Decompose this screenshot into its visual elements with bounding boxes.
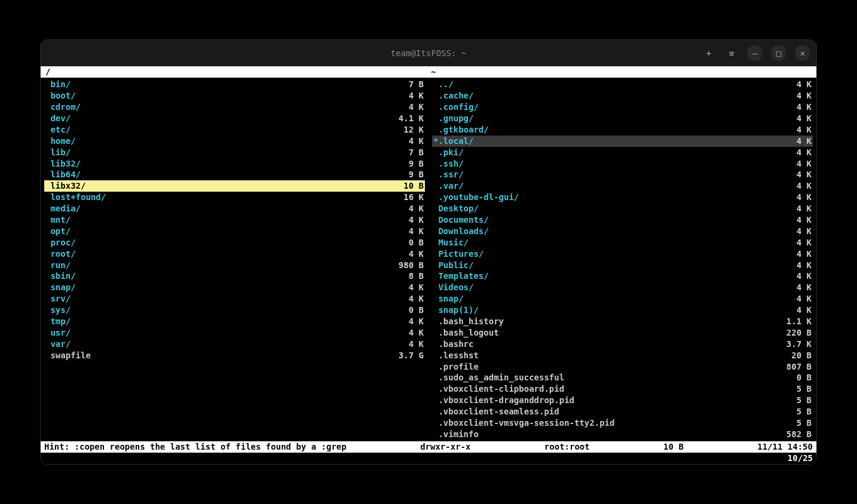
list-item[interactable]: .ssh/4 K: [432, 158, 813, 170]
list-item[interactable]: mnt/4 K: [44, 214, 425, 226]
new-tab-icon[interactable]: +: [702, 46, 716, 60]
list-item[interactable]: lib32/9 B: [44, 158, 425, 170]
list-item[interactable]: .cache/4 K: [432, 90, 813, 102]
list-item[interactable]: Music/4 K: [432, 237, 813, 248]
directory-name: run/: [45, 260, 382, 271]
list-item[interactable]: snap/4 K: [44, 282, 425, 293]
list-item[interactable]: tmp/4 K: [44, 316, 425, 327]
list-item[interactable]: usr/4 K: [44, 327, 425, 339]
list-item[interactable]: Downloads/4 K: [432, 226, 813, 237]
directory-name: opt/: [45, 226, 382, 237]
file-size: 980 B: [382, 260, 424, 271]
list-item[interactable]: Public/4 K: [432, 260, 813, 271]
status-perms: drwxr-xr-x: [420, 441, 470, 453]
position-counter: 10/25: [41, 453, 816, 464]
file-name: .profile: [433, 361, 770, 373]
list-item[interactable]: etc/12 K: [44, 124, 425, 136]
maximize-icon[interactable]: □: [771, 45, 786, 61]
directory-name: lost+found/: [45, 192, 382, 203]
left-pane[interactable]: bin/7 B boot/4 K cdrom/4 K dev/4.1 K etc…: [41, 78, 428, 441]
list-item[interactable]: cdrom/4 K: [44, 102, 425, 113]
file-size: 4 K: [382, 293, 424, 305]
file-size: 4 K: [382, 327, 424, 339]
titlebar-controls: + ≡ — □ ✕: [702, 45, 810, 61]
list-item[interactable]: .youtube-dl-gui/4 K: [432, 192, 813, 203]
list-item[interactable]: lost+found/16 K: [44, 192, 425, 203]
list-item[interactable]: .bash_logout220 B: [432, 327, 813, 339]
list-item[interactable]: .config/4 K: [432, 102, 813, 113]
menu-icon[interactable]: ≡: [724, 46, 739, 60]
directory-name: sys/: [45, 305, 382, 316]
file-size: 4 K: [770, 192, 812, 203]
titlebar: team@ItsFOSS: ~ + ≡ — □ ✕: [41, 40, 816, 66]
list-item[interactable]: snap/4 K: [432, 293, 813, 305]
list-item[interactable]: proc/0 B: [44, 237, 425, 248]
file-size: 5 B: [770, 383, 812, 395]
list-item[interactable]: Templates/4 K: [432, 271, 813, 282]
list-item[interactable]: Documents/4 K: [432, 214, 813, 226]
list-item[interactable]: bin/7 B: [44, 79, 425, 90]
list-item[interactable]: .lesshst20 B: [432, 350, 813, 361]
file-size: 4 K: [382, 316, 424, 327]
list-item[interactable]: opt/4 K: [44, 226, 425, 237]
directory-name: .gnupg/: [433, 113, 770, 124]
list-item[interactable]: lib64/9 B: [44, 169, 425, 180]
status-date: 11/11 14:50: [757, 441, 813, 453]
list-item[interactable]: .pki/4 K: [432, 147, 813, 158]
file-size: 0 B: [382, 305, 424, 316]
file-size: 4 K: [382, 203, 424, 214]
directory-name: Videos/: [433, 282, 770, 293]
list-item[interactable]: snap(1)/4 K: [432, 305, 813, 316]
file-size: 20 B: [770, 350, 812, 361]
list-item[interactable]: swapfile3.7 G: [44, 350, 425, 361]
file-size: 4 K: [770, 158, 812, 170]
panes-container: bin/7 B boot/4 K cdrom/4 K dev/4.1 K etc…: [41, 78, 816, 441]
file-name: .vboxclient-draganddrop.pid: [433, 395, 770, 406]
file-size: 5 B: [770, 406, 812, 417]
list-item[interactable]: boot/4 K: [44, 90, 425, 102]
list-item[interactable]: dev/4.1 K: [44, 113, 425, 124]
status-size: 10 B: [663, 441, 684, 453]
list-item[interactable]: .gnupg/4 K: [432, 113, 813, 124]
list-item[interactable]: sys/0 B: [44, 305, 425, 316]
list-item[interactable]: .sudo_as_admin_successful0 B: [432, 372, 813, 383]
list-item[interactable]: .ssr/4 K: [432, 169, 813, 180]
directory-name: srv/: [45, 293, 382, 305]
list-item[interactable]: .var/4 K: [432, 180, 813, 192]
file-size: 4 K: [770, 90, 812, 102]
minimize-icon[interactable]: —: [747, 45, 763, 61]
list-item[interactable]: .bashrc3.7 K: [432, 339, 813, 350]
file-size: 0 B: [382, 237, 424, 248]
right-pane[interactable]: ../4 K .cache/4 K .config/4 K .gnupg/4 K…: [428, 78, 816, 441]
directory-name: snap(1)/: [433, 305, 770, 316]
list-item[interactable]: home/4 K: [44, 136, 425, 147]
directory-name: .cache/: [433, 90, 770, 102]
list-item[interactable]: Desktop/4 K: [432, 203, 813, 214]
list-item[interactable]: .viminfo582 B: [432, 429, 813, 440]
list-item[interactable]: .bash_history1.1 K: [432, 316, 813, 327]
list-item[interactable]: var/4 K: [44, 339, 425, 350]
file-size: 4 K: [770, 102, 812, 113]
list-item[interactable]: *.local/4 K: [432, 136, 813, 147]
file-size: 4 K: [770, 226, 812, 237]
list-item[interactable]: .vboxclient-clipboard.pid5 B: [432, 383, 813, 395]
list-item[interactable]: libx32/10 B: [44, 180, 425, 192]
list-item[interactable]: run/980 B: [44, 260, 425, 271]
list-item[interactable]: Videos/4 K: [432, 282, 813, 293]
list-item[interactable]: lib/7 B: [44, 147, 425, 158]
list-item[interactable]: Pictures/4 K: [432, 248, 813, 260]
list-item[interactable]: .gtkboard/4 K: [432, 124, 813, 136]
file-size: 4 K: [770, 113, 812, 124]
list-item[interactable]: .vboxclient-draganddrop.pid5 B: [432, 395, 813, 406]
list-item[interactable]: srv/4 K: [44, 293, 425, 305]
file-size: 12 K: [382, 124, 424, 136]
file-size: 1.1 K: [770, 316, 812, 327]
list-item[interactable]: media/4 K: [44, 203, 425, 214]
list-item[interactable]: .profile807 B: [432, 361, 813, 373]
list-item[interactable]: .vboxclient-seamless.pid5 B: [432, 406, 813, 417]
list-item[interactable]: sbin/8 B: [44, 271, 425, 282]
list-item[interactable]: root/4 K: [44, 248, 425, 260]
list-item[interactable]: ../4 K: [432, 79, 813, 90]
list-item[interactable]: .vboxclient-vmsvga-session-tty2.pid5 B: [432, 417, 813, 429]
close-icon[interactable]: ✕: [795, 45, 810, 61]
